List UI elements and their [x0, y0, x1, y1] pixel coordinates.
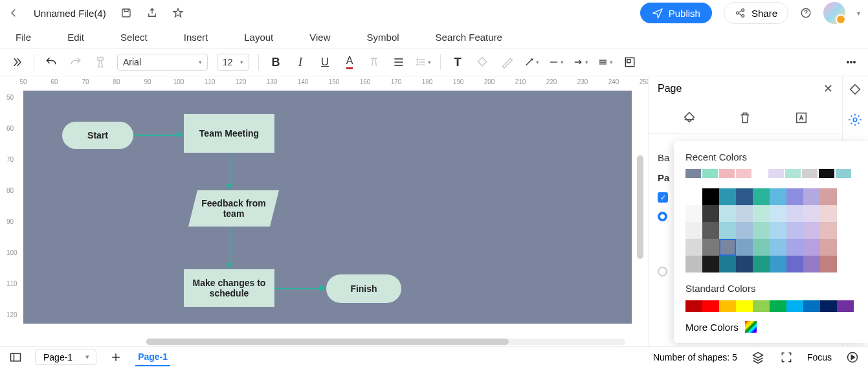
panel-tab-text[interactable] — [792, 109, 810, 127]
fill-icon[interactable] — [474, 54, 490, 70]
menu-layout[interactable]: Layout — [244, 32, 273, 43]
file-name[interactable]: Unnamed File(4) — [34, 8, 106, 19]
grid-swatch[interactable] — [702, 256, 719, 272]
horizontal-scrollbar[interactable] — [146, 339, 625, 345]
grid-swatch[interactable] — [770, 222, 786, 239]
font-size-select[interactable]: 12▾ — [217, 54, 249, 71]
grid-swatch[interactable] — [820, 188, 837, 205]
menu-view[interactable]: View — [309, 32, 330, 43]
grid-swatch[interactable] — [719, 188, 736, 205]
standard-swatch[interactable] — [803, 300, 820, 312]
recent-swatch[interactable] — [719, 169, 735, 178]
connector-4[interactable] — [274, 288, 321, 289]
star-icon[interactable] — [172, 7, 184, 19]
menu-search[interactable]: Search Feature — [436, 32, 502, 43]
menu-file[interactable]: File — [16, 32, 31, 43]
grid-swatch[interactable] — [719, 256, 736, 272]
grid-swatch[interactable] — [786, 239, 803, 256]
line-style-icon[interactable]: ▾ — [548, 54, 564, 70]
grid-swatch[interactable] — [786, 205, 803, 222]
grid-swatch[interactable] — [803, 205, 820, 222]
grid-swatch[interactable] — [820, 256, 837, 272]
grid-swatch[interactable] — [753, 239, 770, 256]
hscroll-thumb[interactable] — [146, 339, 509, 345]
grid-swatch[interactable] — [702, 222, 719, 239]
shape-start[interactable]: Start — [62, 122, 133, 149]
page-selector[interactable]: Page-1 — [35, 350, 96, 365]
grid-swatch[interactable] — [736, 188, 753, 205]
connector-1[interactable] — [133, 135, 179, 136]
clear-format-icon[interactable] — [366, 54, 382, 70]
align-icon[interactable] — [391, 54, 406, 70]
text-tool-icon[interactable]: T — [450, 54, 465, 70]
grid-swatch[interactable] — [685, 188, 702, 205]
back-icon[interactable] — [8, 7, 19, 19]
panel-tab-delete[interactable] — [736, 109, 754, 127]
expand-icon[interactable] — [9, 54, 25, 70]
panel-close-icon[interactable]: ✕ — [823, 82, 833, 96]
grid-swatch[interactable] — [770, 205, 786, 222]
canvas-area[interactable]: Start Team Meeting Feedback from team Ma… — [23, 91, 645, 346]
focus-icon[interactable] — [779, 350, 794, 365]
grid-swatch[interactable] — [736, 222, 753, 239]
more-icon[interactable] — [843, 54, 859, 70]
undo-icon[interactable] — [43, 54, 59, 70]
export-icon[interactable] — [146, 7, 158, 19]
avatar[interactable] — [823, 2, 845, 24]
page-tab-active[interactable]: Page-1 — [135, 348, 170, 366]
standard-swatch[interactable] — [837, 300, 854, 312]
grid-swatch[interactable] — [736, 239, 753, 256]
grid-swatch[interactable] — [753, 188, 770, 205]
grid-swatch[interactable] — [719, 205, 736, 222]
help-icon[interactable] — [800, 7, 812, 19]
add-page-icon[interactable] — [108, 350, 124, 365]
grid-swatch[interactable] — [753, 205, 770, 222]
grid-swatch[interactable] — [770, 188, 786, 205]
save-icon[interactable] — [120, 7, 132, 19]
grid-swatch[interactable] — [736, 205, 753, 222]
grid-swatch[interactable] — [753, 222, 770, 239]
focus-label[interactable]: Focus — [807, 352, 832, 362]
highlight-icon[interactable] — [499, 54, 515, 70]
font-color-icon[interactable]: A — [342, 54, 357, 70]
underline-icon[interactable]: U — [317, 54, 333, 70]
vertical-scrollbar-thumb[interactable] — [637, 155, 643, 259]
strip-fill-icon[interactable] — [848, 83, 863, 98]
recent-swatch[interactable] — [785, 169, 801, 178]
standard-swatch[interactable] — [685, 300, 702, 312]
connector-3[interactable] — [229, 227, 230, 264]
grid-swatch[interactable] — [685, 256, 702, 272]
publish-button[interactable]: Publish — [640, 3, 712, 23]
grid-swatch[interactable] — [685, 222, 702, 239]
grid-swatch[interactable] — [803, 256, 820, 272]
menu-symbol[interactable]: Symbol — [367, 32, 399, 43]
panel-tab-fill[interactable] — [680, 109, 698, 127]
grid-swatch[interactable] — [753, 256, 770, 272]
grid-swatch[interactable] — [770, 256, 786, 272]
recent-swatch[interactable] — [736, 169, 751, 178]
grid-swatch[interactable] — [803, 222, 820, 239]
layout-icon[interactable] — [8, 350, 23, 365]
standard-swatch[interactable] — [820, 300, 837, 312]
recent-swatch[interactable] — [685, 169, 701, 178]
grid-swatch[interactable] — [786, 256, 803, 272]
panel-checkbox-1[interactable]: ✓ — [658, 192, 668, 203]
grid-swatch[interactable] — [786, 188, 803, 205]
format-painter-icon[interactable] — [93, 54, 108, 70]
standard-swatch[interactable] — [786, 300, 803, 312]
connector-2[interactable] — [229, 153, 230, 185]
standard-swatch[interactable] — [719, 300, 736, 312]
shape-finish[interactable]: Finish — [326, 274, 401, 303]
grid-swatch[interactable] — [820, 205, 837, 222]
grid-swatch[interactable] — [786, 222, 803, 239]
grid-swatch[interactable] — [820, 239, 837, 256]
recent-swatch[interactable] — [836, 169, 851, 178]
share-button[interactable]: Share — [724, 2, 788, 24]
standard-swatch[interactable] — [736, 300, 753, 312]
strip-settings-icon[interactable] — [848, 113, 863, 128]
grid-swatch[interactable] — [803, 239, 820, 256]
position-icon[interactable] — [622, 54, 638, 70]
font-select[interactable]: Arial▾ — [117, 54, 208, 71]
grid-swatch[interactable] — [685, 205, 702, 222]
menu-insert[interactable]: Insert — [184, 32, 208, 43]
